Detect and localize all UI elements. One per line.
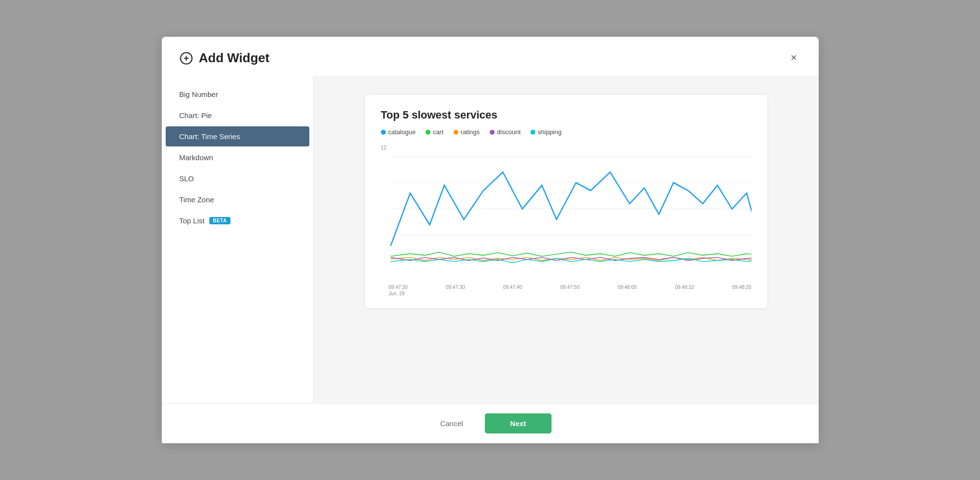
legend-dot-cart xyxy=(426,130,430,135)
modal-header: Add Widget × xyxy=(162,37,819,75)
legend-dot-shipping xyxy=(530,130,535,135)
modal-body: Big NumberChart: PieChart: Time SeriesMa… xyxy=(162,75,819,403)
legend-item-shipping: shipping xyxy=(530,128,561,136)
sidebar-item-label: Big Number xyxy=(179,90,218,98)
x-axis-label: 09:47:20 xyxy=(389,285,408,290)
chart-legend: cataloguecartratingsdiscountshipping xyxy=(381,128,752,136)
legend-item-cart: cart xyxy=(426,128,444,136)
x-axis-label: 09:47:30 xyxy=(446,285,465,290)
legend-item-ratings: ratings xyxy=(453,128,480,136)
x-axis-labels: 09:47:2009:47:3009:47:4009:47:5009:48:00… xyxy=(381,285,752,290)
next-button[interactable]: Next xyxy=(485,413,552,433)
x-axis-label: 09:47:50 xyxy=(560,285,579,290)
legend-label-cart: cart xyxy=(433,128,444,136)
x-date: Jun. 29 xyxy=(381,291,752,296)
legend-label-ratings: ratings xyxy=(461,128,480,136)
modal: Add Widget × Big NumberChart: PieChart: … xyxy=(162,37,819,443)
legend-dot-ratings xyxy=(453,130,458,135)
cancel-button[interactable]: Cancel xyxy=(428,414,475,432)
sidebar-item-top-list[interactable]: Top ListBETA xyxy=(166,211,309,231)
chart-area: 12 xyxy=(381,141,752,283)
close-button[interactable]: × xyxy=(787,50,801,65)
sidebar: Big NumberChart: PieChart: Time SeriesMa… xyxy=(162,75,314,403)
sidebar-item-chart-pie[interactable]: Chart: Pie xyxy=(166,105,309,125)
x-axis-label: 09:48:10 xyxy=(675,285,694,290)
sidebar-item-label: Time Zone xyxy=(179,195,214,204)
chart-y-label: 12 xyxy=(381,144,387,150)
sidebar-item-label: Chart: Pie xyxy=(179,111,212,120)
add-widget-icon xyxy=(179,51,193,65)
sidebar-item-big-number[interactable]: Big Number xyxy=(166,84,309,104)
sidebar-item-chart-time-series[interactable]: Chart: Time Series xyxy=(166,126,309,146)
modal-backdrop: Add Widget × Big NumberChart: PieChart: … xyxy=(0,0,980,480)
x-axis-label: 09:47:40 xyxy=(503,285,522,290)
chart-card: Top 5 slowest services cataloguecartrati… xyxy=(365,95,767,308)
sidebar-item-label: Markdown xyxy=(179,153,213,162)
x-axis-label: 09:48:00 xyxy=(618,285,637,290)
sidebar-item-label: SLO xyxy=(179,174,194,183)
sidebar-item-slo[interactable]: SLO xyxy=(166,168,309,189)
modal-footer: Cancel Next xyxy=(162,403,819,443)
sidebar-item-label: Top List xyxy=(179,216,205,225)
legend-dot-discount xyxy=(490,130,495,135)
modal-title-text: Add Widget xyxy=(199,50,270,66)
sidebar-item-label: Chart: Time Series xyxy=(179,132,240,141)
legend-label-discount: discount xyxy=(497,128,521,136)
sidebar-item-markdown[interactable]: Markdown xyxy=(166,147,309,168)
legend-label-shipping: shipping xyxy=(538,128,561,136)
modal-title: Add Widget xyxy=(179,50,270,66)
beta-badge: BETA xyxy=(209,217,230,224)
legend-item-catalogue: catalogue xyxy=(381,128,416,136)
x-axis-label: 09:48:20 xyxy=(732,285,752,290)
legend-item-discount: discount xyxy=(490,128,521,136)
sidebar-item-time-zone[interactable]: Time Zone xyxy=(166,190,309,210)
legend-label-catalogue: catalogue xyxy=(388,128,416,136)
chart-svg xyxy=(381,141,752,283)
legend-dot-catalogue xyxy=(381,130,386,135)
main-content: Top 5 slowest services cataloguecartrati… xyxy=(314,75,819,403)
chart-title: Top 5 slowest services xyxy=(381,109,752,121)
